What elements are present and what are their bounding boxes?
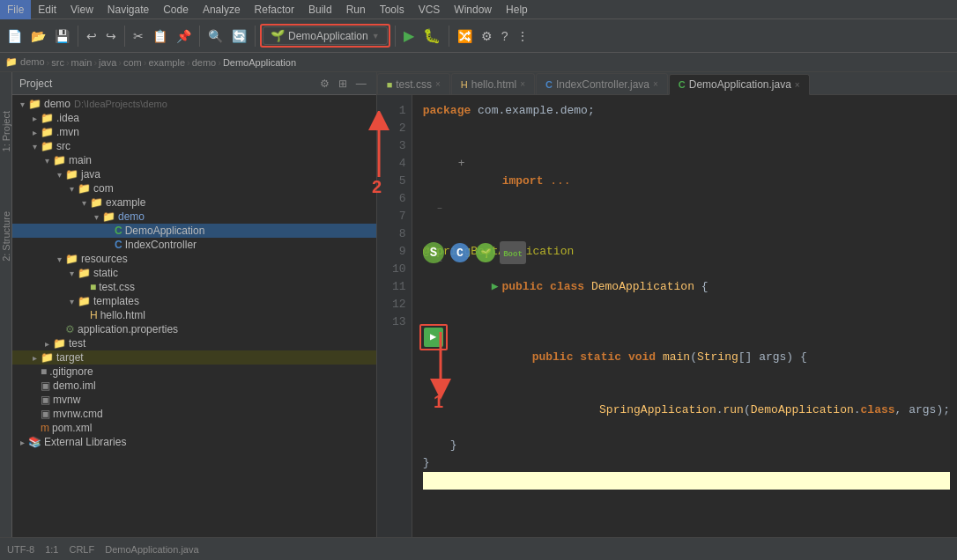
tree-arrow-test[interactable]: ▸ — [41, 339, 53, 349]
tree-item-java[interactable]: ▾ 📁 java — [12, 167, 376, 181]
tree-arrow-target[interactable]: ▸ — [28, 353, 41, 363]
tree-arrow-example[interactable]: ▾ — [78, 198, 90, 208]
tree-item-idea[interactable]: ▸ 📁 .idea — [12, 111, 376, 125]
toolbar-debug-btn[interactable]: 🐛 — [419, 25, 444, 47]
tree-arrow-java[interactable]: ▾ — [53, 170, 65, 180]
tree-item-test-css[interactable]: ■ test.css — [12, 280, 376, 294]
tab-hello-html[interactable]: H hello.html × — [451, 73, 535, 94]
toolbar-open[interactable]: 📂 — [27, 26, 49, 46]
breadcrumb-java[interactable]: java — [99, 57, 116, 68]
breadcrumb-example[interactable]: example — [148, 57, 185, 68]
tab-close-demoapplication[interactable]: × — [795, 80, 800, 90]
tree-item-ext-libs[interactable]: ▸ 📚 External Libraries — [12, 435, 376, 449]
tab-indexcontroller[interactable]: C IndexController.java × — [536, 73, 668, 94]
toolbar-redo[interactable]: ↪ — [102, 26, 120, 46]
project-header-settings[interactable]: ⚙ — [317, 77, 332, 91]
toolbar-copy[interactable]: 📋 — [149, 26, 171, 46]
toolbar-run-btn[interactable]: ▶ — [400, 25, 418, 47]
project-header-expand[interactable]: ⊞ — [336, 77, 350, 91]
menu-build[interactable]: Build — [301, 0, 339, 19]
toolbar-more[interactable]: ⋮ — [513, 26, 532, 46]
tree-item-mvnw-cmd[interactable]: ▣ mvnw.cmd — [12, 407, 376, 421]
menu-tools[interactable]: Tools — [373, 0, 412, 19]
tree-item-example[interactable]: ▾ 📁 example — [12, 195, 376, 210]
tree-item-demoapplication[interactable]: C DemoApplication — [12, 224, 376, 238]
tree-item-main[interactable]: ▾ 📁 main — [12, 153, 376, 167]
tree-item-pom-xml[interactable]: m pom.xml — [12, 421, 376, 435]
tree-item-demo-pkg[interactable]: ▾ 📁 demo — [12, 210, 376, 224]
tree-item-mvnw[interactable]: ▣ mvnw — [12, 393, 376, 407]
fold-marker-class[interactable]: − — [437, 201, 442, 218]
toolbar-sep-4 — [255, 26, 256, 47]
tree-arrow-demo-pkg[interactable]: ▾ — [90, 212, 102, 222]
code-editor[interactable]: 1 2 3 4 5 6 7 8 9 10 11 12 13 S — [377, 95, 957, 537]
line-num-1: 1 — [377, 102, 406, 120]
breadcrumb-demo2[interactable]: demo — [192, 57, 217, 68]
toolbar-vcs-btn[interactable]: 🔀 — [454, 26, 476, 46]
toolbar-paste[interactable]: 📌 — [173, 26, 195, 46]
tree-item-gitignore[interactable]: ■ .gitignore — [12, 365, 376, 379]
tree-item-mvn[interactable]: ▸ 📁 .mvn — [12, 125, 376, 139]
tree-item-indexcontroller[interactable]: C IndexController — [12, 238, 376, 252]
breadcrumb-main[interactable]: main — [71, 57, 93, 68]
tree-label-pom-xml: pom.xml — [52, 422, 92, 434]
tree-arrow-idea[interactable]: ▸ — [28, 114, 41, 123]
toolbar-save[interactable]: 💾 — [51, 26, 73, 46]
tab-close-indexcontroller[interactable]: × — [653, 79, 658, 89]
folder-icon-main: 📁 — [53, 154, 66, 166]
menu-code[interactable]: Code — [156, 0, 196, 19]
toolbar-new-file[interactable]: 📄 — [4, 26, 26, 46]
tab-close-hello-html[interactable]: × — [520, 79, 525, 89]
tab-test-css[interactable]: ■ test.css × — [377, 73, 450, 94]
menu-file[interactable]: File — [0, 0, 31, 19]
menu-analyze[interactable]: Analyze — [196, 0, 248, 19]
tree-arrow-mvn[interactable]: ▸ — [28, 128, 41, 137]
tree-item-src[interactable]: ▾ 📁 src — [12, 139, 376, 153]
menu-run[interactable]: Run — [339, 0, 373, 19]
tree-item-app-props[interactable]: ⚙ application.properties — [12, 322, 376, 336]
toolbar-search[interactable]: 🔍 — [204, 26, 226, 46]
tab-close-test-css[interactable]: × — [435, 79, 441, 89]
tab-demoapplication[interactable]: C DemoApplication.java × — [669, 74, 810, 95]
tree-arrow-resources[interactable]: ▾ — [53, 254, 65, 264]
tree-item-demo-iml[interactable]: ▣ demo.iml — [12, 379, 376, 393]
breadcrumb-src[interactable]: src — [51, 57, 64, 68]
tree-item-target[interactable]: ▸ 📁 target — [12, 350, 376, 365]
run-config-dropdown[interactable]: 🌱 DemoApplication ▼ — [263, 26, 388, 45]
menu-help[interactable]: Help — [499, 0, 535, 19]
project-header-minimize[interactable]: — — [353, 77, 369, 91]
tree-item-com[interactable]: ▾ 📁 com — [12, 181, 376, 195]
side-structure[interactable]: 2: Structure — [0, 208, 13, 265]
toolbar-replace[interactable]: 🔄 — [228, 26, 250, 46]
tree-arrow-demo-root[interactable]: ▾ — [16, 99, 28, 109]
toolbar-settings[interactable]: ⚙ — [478, 26, 496, 46]
tree-arrow-com[interactable]: ▾ — [65, 184, 78, 194]
tree-arrow-ext-libs[interactable]: ▸ — [16, 438, 28, 447]
tree-label-indexcontroller: IndexController — [125, 239, 197, 251]
menu-edit[interactable]: Edit — [31, 0, 63, 19]
menu-view[interactable]: View — [63, 0, 100, 19]
tree-item-resources[interactable]: ▾ 📁 resources — [12, 252, 376, 266]
toolbar-cut[interactable]: ✂ — [130, 26, 147, 46]
menu-vcs[interactable]: VCS — [412, 0, 448, 19]
menu-window[interactable]: Window — [447, 0, 499, 19]
tree-item-templates[interactable]: ▾ 📁 templates — [12, 294, 376, 308]
menu-navigate[interactable]: Navigate — [100, 0, 156, 19]
tree-arrow-main[interactable]: ▾ — [41, 156, 53, 166]
tree-arrow-src[interactable]: ▾ — [28, 142, 41, 151]
breadcrumb-demo[interactable]: 📁 demo — [5, 56, 45, 68]
breadcrumb-demoapplication[interactable]: DemoApplication — [223, 57, 296, 68]
menu-refactor[interactable]: Refactor — [248, 0, 301, 19]
tree-arrow-static[interactable]: ▾ — [65, 269, 78, 278]
inline-run-button[interactable]: ▶ — [419, 324, 448, 350]
tree-arrow-templates[interactable]: ▾ — [65, 297, 78, 306]
side-project[interactable]: 1: Project — [0, 107, 13, 155]
tree-item-static[interactable]: ▾ 📁 static — [12, 266, 376, 280]
code-content[interactable]: S C 🌱 Boot — [412, 95, 957, 537]
toolbar-help[interactable]: ? — [498, 26, 512, 46]
toolbar-undo[interactable]: ↩ — [83, 26, 100, 46]
tree-item-hello-html[interactable]: H hello.html — [12, 308, 376, 322]
tree-item-demo-root[interactable]: ▾ 📁 demo D:\IdeaProjects\demo — [12, 97, 376, 111]
breadcrumb-com[interactable]: com — [123, 57, 142, 68]
tree-item-test[interactable]: ▸ 📁 test — [12, 336, 376, 350]
